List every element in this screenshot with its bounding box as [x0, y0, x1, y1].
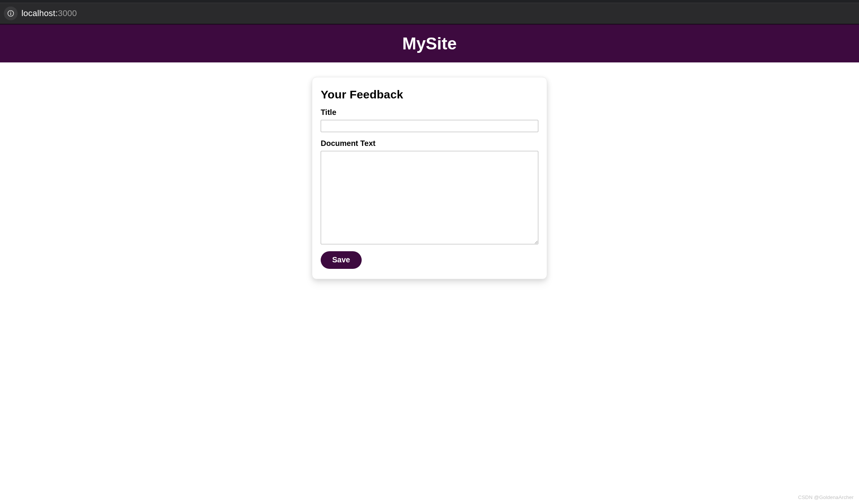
feedback-card: Your Feedback Title Document Text Save — [312, 77, 547, 279]
title-label: Title — [321, 108, 538, 117]
browser-address-bar[interactable]: localhost:3000 — [0, 3, 859, 24]
viewport: localhost:3000 MySite Your Feedback Titl… — [0, 0, 859, 504]
watermark: CSDN @GoldenaArcher — [798, 494, 854, 500]
url-container: localhost:3000 — [4, 3, 77, 24]
svg-point-1 — [10, 11, 11, 12]
document-text-input[interactable] — [321, 151, 538, 244]
site-info-icon[interactable] — [4, 7, 18, 20]
browser-tab-strip — [0, 0, 859, 3]
title-input[interactable] — [321, 120, 538, 132]
info-icon — [7, 10, 15, 17]
document-text-label: Document Text — [321, 139, 538, 148]
url-text[interactable]: localhost:3000 — [21, 8, 77, 18]
page-body: Your Feedback Title Document Text Save C… — [0, 62, 859, 504]
url-port: 3000 — [58, 8, 77, 18]
url-host: localhost: — [21, 8, 58, 18]
svg-rect-2 — [10, 13, 11, 15]
site-title: MySite — [402, 34, 457, 53]
site-header: MySite — [0, 24, 859, 62]
form-heading: Your Feedback — [321, 88, 538, 101]
save-button[interactable]: Save — [321, 251, 362, 269]
